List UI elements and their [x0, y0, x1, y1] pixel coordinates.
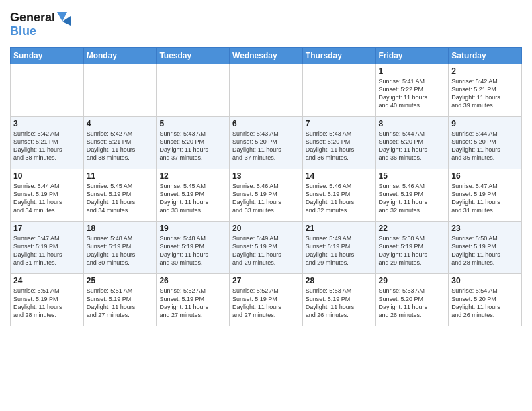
day-number: 4	[87, 119, 154, 128]
calendar-day-cell: 16Sunrise: 5:47 AM Sunset: 5:19 PM Dayli…	[449, 169, 522, 222]
day-number: 7	[306, 119, 373, 128]
day-number: 26	[159, 276, 226, 285]
day-of-week-header: Friday	[375, 48, 449, 64]
calendar-day-cell	[230, 64, 303, 117]
calendar-day-cell: 28Sunrise: 5:53 AM Sunset: 5:19 PM Dayli…	[302, 274, 375, 326]
day-info: Sunrise: 5:49 AM Sunset: 5:19 PM Dayligh…	[232, 234, 300, 267]
calendar-day-cell: 22Sunrise: 5:50 AM Sunset: 5:19 PM Dayli…	[375, 222, 449, 274]
day-info: Sunrise: 5:47 AM Sunset: 5:19 PM Dayligh…	[13, 234, 81, 267]
calendar-day-cell: 9Sunrise: 5:44 AM Sunset: 5:20 PM Daylig…	[449, 117, 522, 169]
day-number: 13	[232, 171, 300, 181]
calendar-body: 1Sunrise: 5:41 AM Sunset: 5:22 PM Daylig…	[11, 64, 522, 326]
day-number: 18	[87, 224, 154, 233]
calendar-day-cell: 29Sunrise: 5:53 AM Sunset: 5:20 PM Dayli…	[375, 274, 449, 326]
calendar-day-cell: 8Sunrise: 5:44 AM Sunset: 5:20 PM Daylig…	[375, 117, 449, 169]
day-number: 3	[13, 119, 81, 128]
calendar-day-cell: 23Sunrise: 5:50 AM Sunset: 5:19 PM Dayli…	[449, 222, 522, 274]
svg-text:General: General	[10, 11, 55, 24]
calendar-week-row: 24Sunrise: 5:51 AM Sunset: 5:19 PM Dayli…	[11, 274, 522, 326]
calendar-day-cell	[83, 64, 157, 117]
day-number: 25	[87, 276, 154, 285]
calendar-week-row: 17Sunrise: 5:47 AM Sunset: 5:19 PM Dayli…	[11, 222, 522, 274]
day-number: 12	[159, 171, 226, 181]
day-number: 23	[451, 224, 519, 233]
calendar-day-cell	[11, 64, 84, 117]
day-info: Sunrise: 5:46 AM Sunset: 5:19 PM Dayligh…	[306, 182, 373, 215]
day-info: Sunrise: 5:53 AM Sunset: 5:20 PM Dayligh…	[379, 287, 446, 320]
day-number: 17	[13, 224, 81, 233]
day-info: Sunrise: 5:54 AM Sunset: 5:20 PM Dayligh…	[451, 287, 519, 320]
logo: General Blue	[10, 7, 71, 42]
calendar-day-cell: 7Sunrise: 5:43 AM Sunset: 5:20 PM Daylig…	[302, 117, 375, 169]
svg-text:Blue: Blue	[10, 24, 36, 38]
calendar-day-cell: 19Sunrise: 5:48 AM Sunset: 5:19 PM Dayli…	[157, 222, 230, 274]
day-number: 1	[379, 66, 446, 76]
calendar-day-cell: 14Sunrise: 5:46 AM Sunset: 5:19 PM Dayli…	[302, 169, 375, 222]
day-number: 9	[451, 119, 519, 128]
day-of-week-header: Monday	[83, 48, 157, 64]
calendar-header: SundayMondayTuesdayWednesdayThursdayFrid…	[11, 48, 522, 64]
calendar-day-cell: 12Sunrise: 5:45 AM Sunset: 5:19 PM Dayli…	[157, 169, 230, 222]
calendar-day-cell: 13Sunrise: 5:46 AM Sunset: 5:19 PM Dayli…	[230, 169, 303, 222]
day-info: Sunrise: 5:52 AM Sunset: 5:19 PM Dayligh…	[232, 287, 300, 320]
calendar-day-cell: 18Sunrise: 5:48 AM Sunset: 5:19 PM Dayli…	[83, 222, 157, 274]
day-info: Sunrise: 5:53 AM Sunset: 5:19 PM Dayligh…	[306, 287, 373, 320]
day-number: 28	[306, 276, 373, 285]
day-info: Sunrise: 5:43 AM Sunset: 5:20 PM Dayligh…	[306, 130, 373, 163]
calendar-day-cell: 17Sunrise: 5:47 AM Sunset: 5:19 PM Dayli…	[11, 222, 84, 274]
calendar-day-cell	[157, 64, 230, 117]
day-number: 15	[379, 171, 446, 181]
day-number: 16	[451, 171, 519, 181]
day-info: Sunrise: 5:43 AM Sunset: 5:20 PM Dayligh…	[159, 130, 226, 163]
calendar-day-cell: 25Sunrise: 5:51 AM Sunset: 5:19 PM Dayli…	[83, 274, 157, 326]
day-number: 27	[232, 276, 300, 285]
day-number: 11	[87, 171, 154, 181]
day-number: 29	[379, 276, 446, 285]
calendar-day-cell: 10Sunrise: 5:44 AM Sunset: 5:19 PM Dayli…	[11, 169, 84, 222]
day-info: Sunrise: 5:44 AM Sunset: 5:19 PM Dayligh…	[13, 182, 81, 215]
day-info: Sunrise: 5:42 AM Sunset: 5:21 PM Dayligh…	[13, 130, 81, 163]
day-number: 30	[451, 276, 519, 285]
day-of-week-header: Wednesday	[230, 48, 303, 64]
day-info: Sunrise: 5:47 AM Sunset: 5:19 PM Dayligh…	[451, 182, 519, 215]
day-of-week-header: Saturday	[449, 48, 522, 64]
calendar-week-row: 10Sunrise: 5:44 AM Sunset: 5:19 PM Dayli…	[11, 169, 522, 222]
day-info: Sunrise: 5:51 AM Sunset: 5:19 PM Dayligh…	[87, 287, 154, 320]
day-of-week-header: Sunday	[11, 48, 84, 64]
calendar-day-cell: 20Sunrise: 5:49 AM Sunset: 5:19 PM Dayli…	[230, 222, 303, 274]
day-number: 6	[232, 119, 300, 128]
day-number: 2	[451, 66, 519, 76]
calendar-day-cell: 26Sunrise: 5:52 AM Sunset: 5:19 PM Dayli…	[157, 274, 230, 326]
day-info: Sunrise: 5:42 AM Sunset: 5:21 PM Dayligh…	[87, 130, 154, 163]
day-number: 24	[13, 276, 81, 285]
calendar-week-row: 3Sunrise: 5:42 AM Sunset: 5:21 PM Daylig…	[11, 117, 522, 169]
calendar-day-cell: 11Sunrise: 5:45 AM Sunset: 5:19 PM Dayli…	[83, 169, 157, 222]
day-info: Sunrise: 5:48 AM Sunset: 5:19 PM Dayligh…	[87, 234, 154, 267]
header-row: SundayMondayTuesdayWednesdayThursdayFrid…	[11, 48, 522, 64]
calendar-day-cell: 3Sunrise: 5:42 AM Sunset: 5:21 PM Daylig…	[11, 117, 84, 169]
day-number: 20	[232, 224, 300, 233]
calendar-day-cell: 5Sunrise: 5:43 AM Sunset: 5:20 PM Daylig…	[157, 117, 230, 169]
day-of-week-header: Thursday	[302, 48, 375, 64]
day-info: Sunrise: 5:43 AM Sunset: 5:20 PM Dayligh…	[232, 130, 300, 163]
calendar-day-cell: 24Sunrise: 5:51 AM Sunset: 5:19 PM Dayli…	[11, 274, 84, 326]
day-info: Sunrise: 5:45 AM Sunset: 5:19 PM Dayligh…	[159, 182, 226, 215]
calendar-day-cell: 6Sunrise: 5:43 AM Sunset: 5:20 PM Daylig…	[230, 117, 303, 169]
day-info: Sunrise: 5:41 AM Sunset: 5:22 PM Dayligh…	[379, 77, 446, 110]
day-info: Sunrise: 5:50 AM Sunset: 5:19 PM Dayligh…	[379, 234, 446, 267]
calendar-day-cell: 27Sunrise: 5:52 AM Sunset: 5:19 PM Dayli…	[230, 274, 303, 326]
day-info: Sunrise: 5:49 AM Sunset: 5:19 PM Dayligh…	[306, 234, 373, 267]
calendar-day-cell: 1Sunrise: 5:41 AM Sunset: 5:22 PM Daylig…	[375, 64, 449, 117]
calendar-day-cell	[302, 64, 375, 117]
calendar-day-cell: 30Sunrise: 5:54 AM Sunset: 5:20 PM Dayli…	[449, 274, 522, 326]
day-info: Sunrise: 5:45 AM Sunset: 5:19 PM Dayligh…	[87, 182, 154, 215]
day-info: Sunrise: 5:42 AM Sunset: 5:21 PM Dayligh…	[451, 77, 519, 110]
page-container: General Blue SundayMondayTuesdayWednesda…	[0, 0, 532, 330]
logo-svg: General Blue	[10, 7, 71, 39]
day-info: Sunrise: 5:48 AM Sunset: 5:19 PM Dayligh…	[159, 234, 226, 267]
day-info: Sunrise: 5:52 AM Sunset: 5:19 PM Dayligh…	[159, 287, 226, 320]
calendar-day-cell: 15Sunrise: 5:46 AM Sunset: 5:19 PM Dayli…	[375, 169, 449, 222]
day-info: Sunrise: 5:46 AM Sunset: 5:19 PM Dayligh…	[232, 182, 300, 215]
day-info: Sunrise: 5:50 AM Sunset: 5:19 PM Dayligh…	[451, 234, 519, 267]
day-number: 8	[379, 119, 446, 128]
